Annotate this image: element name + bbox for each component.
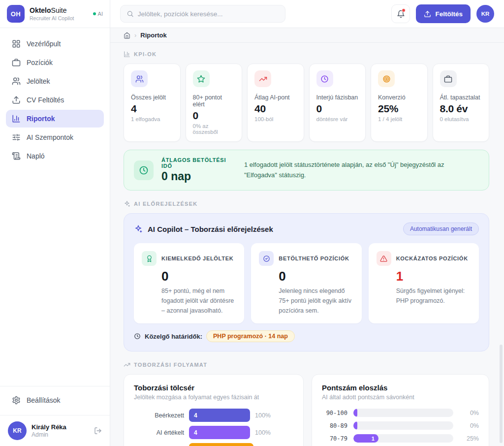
alert-triangle-icon	[380, 255, 387, 262]
distribution-track: 1	[353, 434, 453, 443]
ai-status-badge: AI	[93, 11, 103, 17]
breadcrumb: › Riportok	[110, 28, 504, 43]
clock-icon	[134, 160, 154, 180]
kpi-card-avg-ai-score: Átlag AI-pont 40 100-ból	[247, 64, 304, 142]
dashboard-icon	[12, 39, 21, 48]
search-icon	[126, 10, 134, 18]
search-box	[120, 5, 285, 23]
briefcase-icon	[444, 75, 452, 83]
distribution-bar	[353, 409, 357, 417]
clock-icon	[320, 75, 329, 83]
brand-text: OkteloSuite Recruiter AI Copilot	[30, 6, 74, 21]
trending-up-icon	[124, 361, 130, 368]
ai-copilot-panel: AI Copilot – Toborzási előrejelzések Aut…	[124, 213, 489, 351]
banner-main: ÁTLAGOS BETÖLTÉSI IDŐ 0 nap	[161, 157, 230, 183]
sidebar-item-positions[interactable]: Pozíciók	[6, 54, 104, 71]
funnel-bar: 1	[189, 443, 253, 446]
award-icon	[146, 255, 153, 262]
bar-chart-icon	[124, 51, 130, 58]
topbar-avatar[interactable]: KR	[476, 5, 494, 23]
kpi-card-conversion: Konverzió 25% 1 / 4 jelölt	[371, 64, 428, 142]
home-icon[interactable]	[124, 32, 130, 39]
banner-label: ÁTLAGOS BETÖLTÉSI IDŐ	[161, 157, 230, 169]
search-input[interactable]	[138, 10, 279, 18]
scrollbar-thumb[interactable]	[500, 345, 503, 443]
app-window: OH OkteloSuite Recruiter AI Copilot AI V…	[0, 0, 504, 446]
distribution-title: Pontszám eloszlás	[322, 383, 479, 392]
star-icon	[197, 75, 205, 83]
distribution-bar: 1	[353, 434, 378, 443]
target-icon	[382, 75, 391, 83]
funnel-row: AI értékelt 4100%	[134, 426, 293, 439]
content: KPI-OK Összes jelölt 4 1 elfogadva 80+ p…	[110, 43, 504, 446]
funnel-bar: 4	[189, 409, 250, 422]
distribution-bar	[353, 421, 357, 430]
sidebar-item-settings[interactable]: Beállítások	[6, 391, 104, 409]
distribution-row: 70-79 1 25%	[322, 434, 479, 443]
gear-icon	[12, 396, 21, 405]
funnel-bar: 4	[189, 426, 250, 439]
brand-name: OkteloSuite	[30, 6, 74, 15]
funnel-title: Toborzási tölcsér	[134, 383, 293, 392]
funnel-subtitle: Jelöltek mozgása a folyamat egyes fázisa…	[134, 394, 293, 401]
sidebar-item-candidates[interactable]: Jelöltek	[6, 72, 104, 90]
sparkles-icon	[124, 200, 130, 207]
notifications-button[interactable]	[391, 4, 410, 23]
sidebar-nav: Vezérlőpult Pozíciók Jelöltek CV Feltölt…	[0, 28, 110, 166]
sidebar-bottom: Beállítások KR Király Réka Admin	[0, 386, 110, 446]
bar-chart-icon	[12, 114, 21, 123]
ai-section-header: AI ELŐREJELZÉSEK	[124, 200, 489, 207]
kpi-card-interview-phase: Interjú fázisban 0 döntésre vár	[309, 64, 366, 142]
sidebar-item-ai-criteria[interactable]: AI Szempontok	[6, 128, 104, 146]
kpi-card-avg-experience: Átl. tapasztalat 8.0 év 0 elutasítva	[433, 64, 490, 142]
sidebar: OH OkteloSuite Recruiter AI Copilot AI V…	[0, 0, 110, 446]
brand-subtitle: Recruiter AI Copilot	[30, 15, 74, 21]
breadcrumb-page: Riportok	[140, 32, 166, 39]
distribution-track	[353, 421, 453, 430]
kpi-card-total-candidates: Összes jelölt 4 1 elfogadva	[124, 64, 181, 142]
upload-button[interactable]: Feltöltés	[416, 4, 471, 23]
ai-panel-title: AI Copilot – Toborzási előrejelzések	[148, 225, 273, 233]
logout-icon[interactable]	[94, 427, 102, 435]
clock-check-icon	[263, 255, 270, 262]
banner-description: 1 elfogadott jelölt státusztörténete ala…	[244, 160, 479, 181]
ai-online-dot	[93, 12, 96, 15]
scroll-icon	[12, 152, 21, 160]
sidebar-item-cv-upload[interactable]: CV Feltöltés	[6, 91, 104, 109]
distribution-track	[353, 409, 453, 417]
user-info: Király Réka Admin	[32, 423, 66, 438]
funnel-row: Felülvizsgálva 125%	[134, 443, 293, 446]
topbar: Feltöltés KR	[110, 0, 504, 28]
sidebar-item-dashboard[interactable]: Vezérlőpult	[6, 35, 104, 53]
user-role: Admin	[32, 431, 66, 438]
sidebar-item-reports[interactable]: Riportok	[6, 110, 104, 127]
kpi-card-80plus: 80+ pontot elért 0 0% az összesből	[186, 64, 243, 142]
users-icon	[12, 77, 21, 86]
sidebar-item-log[interactable]: Napló	[6, 147, 104, 165]
sparkles-icon	[134, 224, 143, 233]
ai-card-outstanding-candidates: KIEMELKEDŐ JELÖLTEK 0 85+ pontú, még el …	[134, 243, 244, 323]
notification-dot	[402, 8, 406, 12]
upload-icon	[424, 10, 431, 18]
deadlines-label: Közelgő határidők:	[145, 333, 202, 340]
briefcase-icon	[12, 58, 21, 67]
ai-card-fillable-positions: BETÖLTHETŐ POZÍCIÓK 0 Jelenleg nincs ele…	[251, 243, 361, 323]
distribution-row: 90-100 0%	[322, 409, 479, 417]
brand-logo: OH	[7, 5, 25, 23]
distribution-subtitle: AI által adott pontszám sávonként	[322, 394, 479, 401]
banner-value: 0 nap	[161, 170, 230, 183]
user-profile[interactable]: KR Király Réka Admin	[0, 415, 110, 446]
deadline-pill[interactable]: PHP programozó · 14 nap	[206, 330, 295, 342]
sliders-icon	[12, 133, 21, 142]
user-avatar: KR	[8, 421, 27, 440]
main-area: Feltöltés KR › Riportok KPI-OK Öss	[110, 0, 504, 446]
users-icon	[135, 75, 144, 83]
auto-generated-badge: Automatikusan generált	[403, 223, 479, 235]
user-name: Király Réka	[32, 423, 66, 431]
ai-card-risky-positions: KOCKÁZATOS POZÍCIÓK 1 Sürgős figyelmet i…	[369, 243, 479, 323]
kpi-grid: Összes jelölt 4 1 elfogadva 80+ pontot e…	[124, 64, 489, 142]
trending-up-icon	[259, 75, 267, 83]
process-section-header: TOBORZÁSI FOLYAMAT	[124, 361, 489, 368]
upload-icon	[12, 96, 21, 104]
funnel-row: Beérkezett 4100%	[134, 409, 293, 422]
